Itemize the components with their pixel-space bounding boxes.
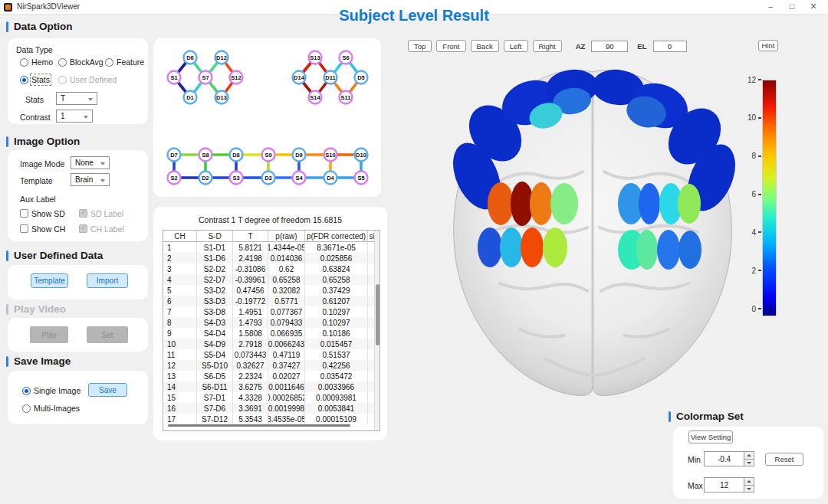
spinner-up-icon[interactable] bbox=[744, 452, 754, 460]
table-row[interactable]: 2S1-D62.41980.0140360.025856 bbox=[163, 253, 374, 263]
table-vertical-scrollbar[interactable] bbox=[374, 231, 380, 430]
template-dropdown[interactable]: Brain bbox=[71, 173, 110, 186]
close-button[interactable]: ✕ bbox=[807, 2, 820, 11]
spinner-down-icon[interactable] bbox=[744, 486, 754, 493]
table-row[interactable]: 7S3-D81.49510.0773670.10297 bbox=[163, 306, 374, 317]
table-row[interactable]: 8S4-D31.47930.0794330.10297 bbox=[163, 317, 374, 328]
table-cell: 2 bbox=[163, 253, 197, 263]
save-button[interactable]: Save bbox=[88, 383, 127, 397]
checkbox-show-ch[interactable] bbox=[20, 224, 28, 233]
table-row[interactable]: 15S7-D14.33280.000268520.00093981 bbox=[163, 392, 374, 403]
checkbox-show-sd[interactable] bbox=[20, 209, 28, 218]
template-button[interactable]: Template bbox=[31, 273, 68, 288]
radio-hemo-label[interactable]: Hemo bbox=[31, 57, 53, 67]
colorbar-tick-mark bbox=[758, 231, 761, 233]
table-row[interactable]: 1S1-D15.81211.4344e-058.3671e-05 bbox=[163, 242, 374, 253]
el-label: EL bbox=[637, 42, 646, 51]
table-scrollbar-thumb[interactable] bbox=[376, 284, 380, 345]
table-row[interactable]: 4S2-D7-0.399610.652580.65258 bbox=[163, 274, 374, 285]
view-button-front[interactable]: Front bbox=[436, 40, 465, 52]
minimize-button[interactable]: – bbox=[764, 2, 777, 11]
table-cell bbox=[368, 414, 374, 424]
table-cell: S6-D11 bbox=[197, 381, 233, 392]
table-row[interactable]: 16S7-D63.36910.00199980.0053841 bbox=[163, 403, 374, 414]
node-label: D13 bbox=[216, 94, 227, 101]
checkbox-show-sd-label[interactable]: Show SD bbox=[31, 209, 65, 218]
table-cell bbox=[368, 360, 374, 371]
reset-button[interactable]: Reset bbox=[765, 453, 803, 466]
column-header-sigr[interactable]: sigr bbox=[368, 231, 374, 241]
view-button-back[interactable]: Back bbox=[471, 40, 499, 52]
table-cell: 0.073443 bbox=[233, 349, 268, 360]
radio-feature-label[interactable]: Feature bbox=[117, 57, 144, 67]
table-row[interactable]: 12S5-D100.326270.374270.42256 bbox=[163, 360, 374, 371]
el-input[interactable]: 0 bbox=[653, 41, 687, 52]
column-header-T[interactable]: T bbox=[233, 231, 268, 241]
spinner-up-icon[interactable] bbox=[744, 478, 754, 486]
brain-view[interactable] bbox=[429, 60, 759, 404]
colorbar-tick-mark bbox=[758, 308, 761, 309]
view-button-left[interactable]: Left bbox=[504, 40, 528, 52]
radio-multi-images[interactable] bbox=[22, 404, 31, 413]
radio-stats[interactable] bbox=[20, 76, 28, 84]
table-cell: 3 bbox=[163, 263, 197, 274]
column-header-p(raw)[interactable]: p(raw) bbox=[268, 231, 305, 241]
contrast-dropdown[interactable]: 1 bbox=[56, 110, 93, 123]
min-spinner[interactable]: -0.4 bbox=[704, 451, 754, 466]
table-cell: 2.4198 bbox=[233, 253, 268, 263]
colorbar-tick-label: 12 bbox=[742, 76, 756, 84]
column-header-CH[interactable]: CH bbox=[163, 231, 197, 241]
table-cell: 9 bbox=[163, 328, 197, 339]
spinner-down-icon[interactable] bbox=[744, 460, 754, 466]
activation-patch-22 bbox=[678, 184, 701, 224]
table-row[interactable]: 14S6-D113.62750.00116460.0033966 bbox=[163, 381, 374, 392]
view-button-right[interactable]: Right bbox=[533, 40, 562, 52]
table-row[interactable]: 9S4-D41.58080.0669350.10186 bbox=[163, 328, 374, 339]
table-cell: 0.00015109 bbox=[305, 414, 368, 424]
node-label: D2 bbox=[202, 175, 209, 182]
node-label: S9 bbox=[264, 152, 271, 159]
table-horizontal-scrollbar[interactable] bbox=[168, 424, 350, 427]
import-button[interactable]: Import bbox=[87, 273, 128, 288]
radio-feature[interactable] bbox=[105, 58, 113, 67]
table-cell: S4-D3 bbox=[197, 317, 233, 328]
radio-blockavg[interactable] bbox=[58, 58, 67, 67]
view-setting-button[interactable]: View Setting bbox=[688, 430, 733, 443]
table-row[interactable]: 6S3-D3-0.197720.57710.61207 bbox=[163, 296, 374, 306]
table-cell: 1 bbox=[163, 242, 197, 253]
table-cell: 0.0066243 bbox=[268, 339, 305, 349]
table-cell: S4-D9 bbox=[197, 339, 233, 349]
stats-table[interactable]: CHS-DTp(raw)p(FDR corrected)sigr1S1-D15.… bbox=[163, 230, 380, 431]
column-header-S-D[interactable]: S-D bbox=[197, 231, 233, 241]
table-row[interactable]: 11S5-D40.0734430.471190.51537 bbox=[163, 349, 374, 360]
table-cell: 16 bbox=[163, 403, 197, 414]
stats-dropdown[interactable]: T bbox=[56, 92, 97, 105]
image-mode-dropdown[interactable]: None bbox=[71, 156, 110, 169]
table-row[interactable]: 13S6-D52.23240.020270.035472 bbox=[163, 371, 374, 381]
radio-hemo[interactable] bbox=[20, 58, 28, 67]
view-button-top[interactable]: Top bbox=[408, 40, 432, 52]
play-video-card: Play Set bbox=[8, 318, 148, 352]
radio-multi-images-label[interactable]: Multi-Images bbox=[34, 404, 80, 413]
radio-blockavg-label[interactable]: BlockAvg bbox=[70, 57, 104, 67]
radio-single-image-label[interactable]: Single Image bbox=[34, 386, 80, 395]
table-row[interactable]: 17S7-D125.35433.4535e-050.00015109 bbox=[163, 414, 374, 424]
checkbox-show-ch-label[interactable]: Show CH bbox=[31, 224, 65, 234]
maximize-button[interactable]: □ bbox=[785, 2, 799, 11]
table-cell: 0.077367 bbox=[268, 306, 305, 317]
activation-patch-14 bbox=[550, 183, 578, 224]
table-cell: 5.3543 bbox=[233, 414, 268, 424]
table-row[interactable]: 3S2-D2-0.310860.620.63824 bbox=[163, 263, 374, 274]
node-label: D3 bbox=[264, 175, 272, 182]
table-row[interactable]: 10S4-D92.79180.00662430.015457 bbox=[163, 339, 374, 349]
radio-single-image[interactable] bbox=[22, 387, 31, 395]
max-spinner[interactable]: 12 bbox=[704, 477, 754, 493]
column-header-p(FDR corrected)[interactable]: p(FDR corrected) bbox=[305, 231, 368, 241]
az-input[interactable]: 90 bbox=[591, 41, 628, 52]
hint-button[interactable]: Hint bbox=[758, 40, 778, 51]
section-accent-bar bbox=[6, 250, 8, 261]
radio-stats-label[interactable]: Stats bbox=[31, 75, 50, 84]
node-label: D11 bbox=[325, 74, 335, 81]
image-option-card: Image Mode None Template Brain Aux Label… bbox=[8, 150, 148, 241]
table-row[interactable]: 5S3-D20.474560.320820.37429 bbox=[163, 285, 374, 296]
